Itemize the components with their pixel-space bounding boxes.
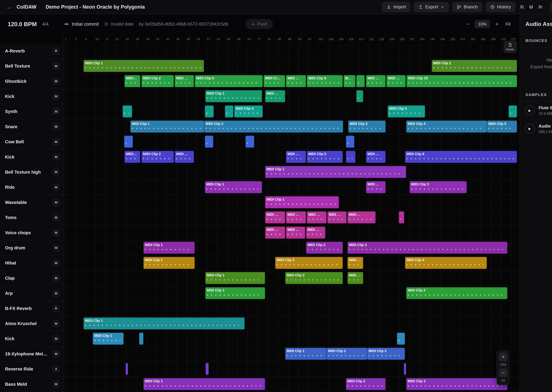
midi-clip[interactable]: MIDI … [348, 211, 376, 224]
midi-clip[interactable]: MIDI Clip 4 [405, 257, 487, 269]
track-mode-badge[interactable]: R [53, 305, 59, 312]
midi-clip[interactable]: MIDI Cl… [263, 75, 285, 87]
midi-clip[interactable]: MIDI Clip 1 [143, 242, 195, 254]
track-header[interactable]: ClapM [0, 271, 63, 286]
assets-toggle-button[interactable]: Assets [503, 41, 517, 53]
track-header[interactable]: SynthM [0, 104, 63, 119]
track-header[interactable]: RideM [0, 180, 63, 195]
midi-clip[interactable]: MIDI Clip 1 [143, 378, 265, 390]
midi-clip[interactable] [139, 333, 143, 345]
midi-clip[interactable]: MIDI Clip 3 [348, 120, 386, 133]
midi-clip[interactable]: MIDI Clip 5 [307, 151, 343, 163]
midi-clip[interactable]: MIDI … [366, 75, 386, 87]
midi-clip[interactable]: MIDI … [175, 75, 194, 87]
midi-clip[interactable]: MIDI Clip 2 [275, 257, 343, 269]
midi-clip[interactable]: MIDI Clip 1 [93, 333, 124, 345]
midi-clip[interactable]: MIDI Clip 2 [406, 287, 507, 299]
midi-clip[interactable]: MIDI … [286, 227, 305, 239]
avatar[interactable]: U [529, 4, 533, 10]
midi-clip[interactable] [399, 211, 404, 224]
fit-button[interactable]: Fit [504, 22, 512, 27]
track-mode-badge[interactable]: M [53, 63, 59, 69]
midi-clip[interactable]: MIDI Clip 1 [205, 181, 262, 193]
branch-button[interactable]: Branch [452, 2, 482, 12]
midi-clip[interactable]: MIDI Clip 1 [143, 257, 195, 269]
track-mode-badge[interactable]: M [53, 184, 59, 190]
midi-clip[interactable]: MIDI Clip 3 [406, 378, 507, 390]
track-lane[interactable]: MIDI…MIDI Clip 2MIDI …MIDI Clip 5MIDI Cl… [63, 74, 520, 89]
track-mode-badge[interactable]: M [53, 290, 59, 296]
samples-section-header[interactable]: SAMPLES 2 [520, 88, 552, 102]
track-mode-badge[interactable]: M [53, 199, 59, 206]
midi-clip[interactable]: MIDI Clip 1 [265, 166, 406, 178]
track-header[interactable]: Org drumM [0, 241, 63, 256]
zoom-in-button[interactable]: + [493, 21, 501, 27]
midi-clip[interactable]: MIDI Clip 1 [285, 348, 327, 360]
track-header[interactable]: Bell TextureM [0, 59, 63, 74]
midi-clip[interactable]: MIDI Clip 2 [141, 151, 174, 163]
midi-clip[interactable]: MIDI … [265, 227, 285, 239]
vertical-zoom-out-button[interactable]: − [499, 369, 507, 377]
track-mode-badge[interactable]: M [53, 215, 59, 221]
midi-clip[interactable]: MIDI … [265, 211, 285, 224]
midi-clip[interactable]: MIDI … [286, 75, 306, 87]
midi-clip[interactable]: MIDI … [286, 151, 306, 163]
play-button[interactable]: ▶ [525, 124, 535, 134]
bounces-section-header[interactable]: BOUNCES 0 [520, 34, 552, 47]
midi-clip[interactable]: MIDI Clip 5 [388, 105, 425, 118]
vertical-fit-button[interactable]: Fit [501, 379, 505, 382]
track-header[interactable]: Atmo KruschelM [0, 316, 63, 331]
midi-clip[interactable]: MIDI Clip 8 [405, 151, 517, 163]
midi-clip[interactable]: MIDI … [348, 272, 363, 284]
midi-clip[interactable]: MIDI… [124, 75, 140, 87]
track-mode-badge[interactable]: M [53, 260, 59, 266]
track-header[interactable]: GhostkickM [0, 74, 63, 89]
track-mode-badge[interactable]: M [53, 381, 59, 387]
track-header[interactable]: Bell Texture highM [0, 165, 63, 180]
track-lane[interactable]: MIDI Clip 1MIDI Clip 2 [63, 59, 520, 74]
midi-clip[interactable] [205, 136, 213, 148]
track-mode-badge[interactable]: M [53, 108, 59, 115]
midi-clip[interactable] [126, 363, 128, 375]
members-button[interactable] [519, 4, 525, 10]
track-mode-badge[interactable]: M [53, 230, 59, 236]
track-mode-badge[interactable]: M [53, 275, 59, 281]
midi-clip[interactable]: MIDI … [286, 211, 306, 224]
track-header[interactable]: Voice chopsM [0, 225, 63, 240]
midi-clip[interactable]: MIDI Clip 15 [407, 75, 517, 87]
track-lane[interactable]: MIDI Clip 1MIDI Clip 2MIDI Clip 3MIDI Cl… [63, 119, 520, 134]
history-button[interactable]: History [486, 2, 516, 12]
track-mode-badge[interactable]: M [53, 336, 59, 342]
track-lane[interactable]: MIDI Clip 1MIDI … [63, 89, 520, 104]
track-header[interactable]: Cow BellM [0, 134, 63, 150]
midi-clip[interactable] [346, 136, 354, 148]
track-mode-badge[interactable]: M [53, 169, 59, 175]
midi-clip[interactable]: MIDI Clip 1 [83, 317, 245, 329]
midi-clip[interactable]: MIDI Clip 3 [367, 348, 405, 360]
push-button[interactable]: Push [245, 19, 273, 29]
midi-clip[interactable]: MIDI Clip 2 [327, 348, 367, 360]
track-lane[interactable]: MIDI Clip 4MIDI Clip 5 [63, 104, 520, 119]
midi-clip[interactable] [346, 151, 356, 163]
track-lane[interactable]: MIDI …MIDI …MIDI … [63, 225, 520, 240]
midi-clip[interactable]: M… [344, 75, 356, 87]
track-header[interactable]: SnareM [0, 119, 63, 134]
midi-clip[interactable]: MIDI … [307, 211, 327, 224]
track-lane[interactable]: MIDI Clip 1MIDI …MIDI Clip 3 [63, 180, 520, 195]
midi-clip[interactable]: MIDI Clip 4 [406, 120, 487, 133]
track-lane[interactable]: MIDI Clip 1MIDI Clip 2MIDI Clip 3 [63, 241, 520, 256]
track-lane[interactable]: MIDI…MIDI Clip 2MIDI …MIDI …MIDI Clip 5M… [63, 150, 520, 165]
zoom-out-button[interactable]: − [464, 21, 472, 27]
midi-clip[interactable]: MIDI Clip 1 [205, 90, 262, 102]
track-mode-badge[interactable]: M [53, 154, 59, 160]
midi-clip[interactable]: MIDI Clip 1 [205, 272, 265, 284]
track-header[interactable]: 19-Xylophone Met…M [0, 347, 63, 362]
midi-clip[interactable]: MIDI Clip 1 [130, 120, 204, 133]
track-header[interactable]: A-ReverbR [0, 44, 63, 59]
import-button[interactable]: Import [382, 2, 411, 12]
midi-clip[interactable]: MIDI Clip 2 [306, 242, 343, 254]
midi-clip[interactable]: MIDI Clip 8 [307, 75, 343, 87]
track-lane[interactable] [63, 44, 520, 59]
track-lane[interactable]: MIDI …MIDI …MIDI …MIDI …MIDI … [63, 210, 520, 225]
midi-clip[interactable] [205, 105, 214, 118]
